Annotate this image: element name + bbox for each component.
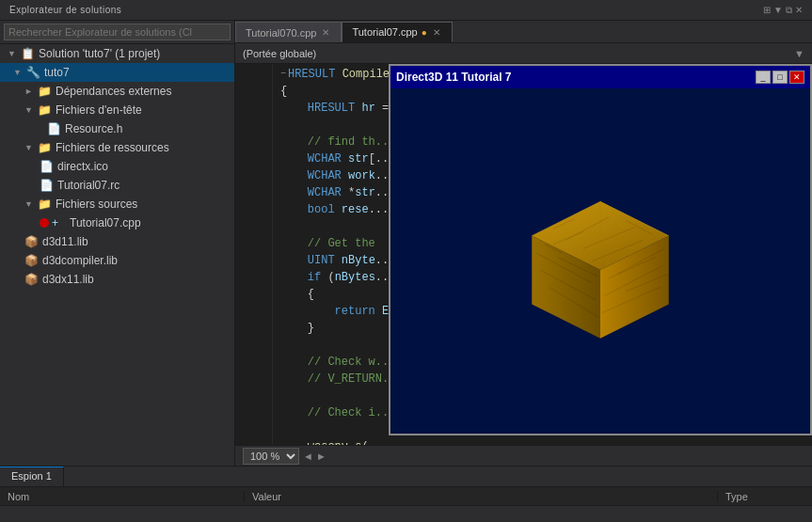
editor-content[interactable]: − HRESULT CompileShaderFromFile( WCHAR* … xyxy=(235,64,812,445)
header-files-folder[interactable]: ▼ 📁 Fichiers d'en-tête xyxy=(0,101,234,119)
directx-ico-file[interactable]: 📄 directx.ico xyxy=(0,157,234,176)
project-icon: 🔧 xyxy=(26,66,41,79)
project-tuto7[interactable]: ▼ 🔧 tuto7 xyxy=(0,63,234,82)
resource-files-arrow: ▼ xyxy=(24,143,38,152)
ext-deps-folder[interactable]: ► 📁 Dépendances externes xyxy=(0,82,234,101)
ext-deps-label: Dépendances externes xyxy=(56,85,171,98)
menu-icon[interactable]: ▼ xyxy=(773,5,783,16)
espion-columns: Nom Valeur Type xyxy=(0,487,812,506)
tutorial07-cpp-file[interactable]: + Tutorial07.cpp xyxy=(0,214,234,232)
search-input[interactable] xyxy=(4,24,231,40)
folder-icon-header: 📁 xyxy=(38,103,53,117)
resource-files-label: Fichiers de ressources xyxy=(56,141,169,154)
d3d11-lib-label: d3d11.lib xyxy=(42,235,88,248)
directx-ico-label: directx.ico xyxy=(57,160,108,173)
zoom-arrow[interactable]: ◄ ► xyxy=(303,451,326,462)
d3d11-lib-file[interactable]: 📦 d3d11.lib xyxy=(0,232,234,251)
file-icon-cpp: + xyxy=(52,216,67,229)
lib-icon-d3dcompiler: 📦 xyxy=(24,254,40,267)
espion-val-header: Valeur xyxy=(252,491,281,502)
resource-h-label: Resource.h xyxy=(65,122,122,135)
source-files-folder[interactable]: ▼ 📁 Fichiers sources xyxy=(0,195,234,214)
file-icon-resource-h: 📄 xyxy=(47,122,62,135)
output-title-bar: Direct3D 11 Tutorial 7 _ □ ✕ xyxy=(390,66,810,88)
zoom-control: 100 % 50 % 75 % 125 % 150 % ◄ ► xyxy=(243,448,326,465)
file-icon-ico: 📄 xyxy=(40,160,55,173)
sidebar-search-container xyxy=(0,21,234,44)
editor-area: Tutorial070.cpp ✕ Tutorial07.cpp ● ✕ (Po… xyxy=(235,21,812,466)
tab-label-tutorial07: Tutorial07.cpp xyxy=(352,26,417,38)
tab-tutorial070[interactable]: Tutorial070.cpp ✕ xyxy=(235,22,342,42)
fold-btn-1[interactable]: − xyxy=(280,66,286,83)
project-label: tuto7 xyxy=(44,66,70,79)
lib-icon-d3d11: 📦 xyxy=(24,235,40,248)
solution-root[interactable]: ▼ 📋 Solution 'tuto7' (1 projet) xyxy=(0,44,234,63)
line-numbers xyxy=(235,64,273,445)
espion-tab-1[interactable]: Espion 1 xyxy=(0,467,64,486)
d3dcompiler-lib-file[interactable]: 📦 d3dcompiler.lib xyxy=(0,251,234,270)
close-window-btn[interactable]: ✕ xyxy=(789,71,804,84)
tab-modified-indicator: ● xyxy=(422,27,427,38)
top-toolbar: Explorateur de solutions ⊞ ▼ ⧉ ✕ xyxy=(0,0,812,21)
espion-type-header: Type xyxy=(725,491,748,502)
breadcrumb-dropdown[interactable]: ▼ xyxy=(794,48,804,59)
solution-label: Solution 'tuto7' (1 projet) xyxy=(39,47,160,60)
explorer-title: Explorateur de solutions xyxy=(9,5,121,15)
solution-arrow: ▼ xyxy=(8,49,21,58)
solution-tree: ▼ 📋 Solution 'tuto7' (1 projet) ▼ 🔧 tuto… xyxy=(0,44,234,466)
breadcrumb-text: (Portée globale) xyxy=(243,48,316,59)
cube-3d-render xyxy=(506,167,694,356)
tuto7-arrow: ▼ xyxy=(13,68,26,77)
espion-col-nom: Nom xyxy=(0,491,245,502)
pin-icon[interactable]: ⊞ xyxy=(763,5,771,16)
espion-panel: Espion 1 Nom Valeur Type xyxy=(0,466,812,522)
code-line-23: wcscpy_s(... xyxy=(280,438,812,445)
header-arrow: ▼ xyxy=(24,105,38,115)
file-icon-rc: 📄 xyxy=(40,179,55,192)
main-area: ▼ 📋 Solution 'tuto7' (1 projet) ▼ 🔧 tuto… xyxy=(0,21,812,466)
source-files-arrow: ▼ xyxy=(24,199,38,209)
d3dx11-lib-label: d3dx11.lib xyxy=(42,273,94,286)
tutorial07-rc-file[interactable]: 📄 Tutorial07.rc xyxy=(0,176,234,195)
bottom-bar: 100 % 50 % 75 % 125 % 150 % ◄ ► xyxy=(235,445,812,466)
tab-tutorial07[interactable]: Tutorial07.cpp ● ✕ xyxy=(342,22,452,42)
output-title: Direct3D 11 Tutorial 7 xyxy=(396,71,511,84)
dock-icon[interactable]: ⧉ xyxy=(786,5,792,16)
output-window[interactable]: Direct3D 11 Tutorial 7 _ □ ✕ xyxy=(389,64,812,435)
tutorial07-rc-label: Tutorial07.rc xyxy=(57,179,119,192)
minimize-btn[interactable]: _ xyxy=(756,71,771,84)
resource-files-folder[interactable]: ▼ 📁 Fichiers de ressources xyxy=(0,138,234,157)
resource-h-file[interactable]: 📄 Resource.h xyxy=(0,119,234,138)
espion-nom-header: Nom xyxy=(8,491,29,502)
lib-icon-d3dx11: 📦 xyxy=(24,273,40,286)
espion-tab-label: Espion 1 xyxy=(11,470,52,482)
tab-close-tutorial07[interactable]: ✕ xyxy=(431,27,442,38)
folder-icon-ext: 📁 xyxy=(38,85,53,98)
maximize-btn[interactable]: □ xyxy=(772,71,788,84)
breakpoint-indicator xyxy=(40,218,49,228)
output-window-controls: _ □ ✕ xyxy=(756,71,804,84)
espion-tabs: Espion 1 xyxy=(0,467,812,487)
ext-deps-arrow: ► xyxy=(24,87,38,96)
zoom-select[interactable]: 100 % 50 % 75 % 125 % 150 % xyxy=(243,448,299,465)
output-content xyxy=(390,88,810,434)
tab-label-tutorial070: Tutorial070.cpp xyxy=(246,27,316,39)
d3dx11-lib-file[interactable]: 📦 d3dx11.lib xyxy=(0,270,234,289)
tab-close-tutorial070[interactable]: ✕ xyxy=(320,27,331,38)
tutorial07-cpp-label: Tutorial07.cpp xyxy=(70,216,141,229)
espion-col-val: Valeur xyxy=(245,491,718,502)
espion-col-type: Type xyxy=(718,491,812,502)
header-files-label: Fichiers d'en-tête xyxy=(56,103,142,117)
folder-icon-source: 📁 xyxy=(38,198,53,211)
sidebar: ▼ 📋 Solution 'tuto7' (1 projet) ▼ 🔧 tuto… xyxy=(0,21,235,466)
explorer-icons: ⊞ ▼ ⧉ ✕ xyxy=(763,5,803,16)
folder-icon-resources: 📁 xyxy=(38,141,53,154)
d3dcompiler-lib-label: d3dcompiler.lib xyxy=(42,254,118,267)
close-icon[interactable]: ✕ xyxy=(795,5,803,16)
solution-icon: 📋 xyxy=(21,47,36,60)
source-files-label: Fichiers sources xyxy=(56,198,137,211)
breadcrumb: (Portée globale) ▼ xyxy=(235,43,812,64)
tab-bar: Tutorial070.cpp ✕ Tutorial07.cpp ● ✕ xyxy=(235,21,812,43)
